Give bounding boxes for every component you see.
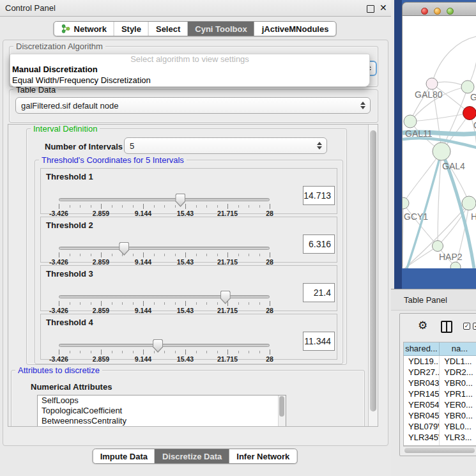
table-data-combo[interactable]: galFiltered.sif default node	[15, 97, 371, 114]
tab-label: Cyni Toolbox	[195, 24, 247, 34]
threshold-value-field[interactable]: 6.316	[303, 234, 335, 254]
column-layout-icon[interactable]	[441, 321, 452, 333]
table-cell[interactable]: YDR27...	[404, 367, 440, 378]
table-cell[interactable]: YER0...	[440, 399, 476, 410]
threshold-value-field[interactable]: 14.713	[303, 186, 335, 205]
network-edge[interactable]	[403, 203, 403, 266]
table-cell[interactable]: YER054C	[404, 399, 440, 410]
slider-track[interactable]	[59, 344, 270, 347]
checkbox-icon[interactable]: ✓	[473, 323, 476, 330]
tab-discretize-data[interactable]: Discretize Data	[155, 449, 229, 463]
algorithm-option-manual[interactable]: Manual Discretization	[10, 64, 369, 75]
tab-infer-network[interactable]: Infer Network	[229, 449, 296, 463]
tab-style[interactable]: Style	[114, 22, 148, 36]
slider-tick	[70, 205, 70, 208]
number-of-intervals-combo[interactable]: 5	[124, 137, 327, 154]
slider-track[interactable]	[59, 247, 270, 250]
slider-thumb[interactable]	[175, 194, 185, 207]
attribute-item[interactable]: BetweennessCentrality	[38, 416, 286, 426]
network-node[interactable]	[461, 81, 474, 93]
slider-thumb-face	[176, 194, 185, 206]
table-row[interactable]: YDR27...YDR2...	[404, 367, 476, 378]
slider-tick	[270, 204, 270, 209]
horizontal-scrollbar[interactable]	[403, 446, 476, 454]
tab-network[interactable]: Network	[54, 22, 114, 36]
checkbox-icon[interactable]: ✓	[463, 323, 470, 330]
table-cell[interactable]: YPR1...	[440, 388, 476, 399]
table-cell[interactable]: YLR3...	[440, 432, 476, 443]
table-row[interactable]: YPR145WYPR1...	[404, 388, 476, 399]
table-cell[interactable]: YBL079W	[404, 421, 440, 432]
table-row[interactable]: YBR045CYBR0...	[404, 410, 476, 421]
attribute-item[interactable]: SelfLoops	[38, 395, 286, 406]
network-edge[interactable]	[432, 36, 476, 84]
float-icon[interactable]	[367, 5, 374, 13]
node-table[interactable]: shared... na... YDL19...YDL1...YDR27...Y…	[403, 342, 476, 446]
table-cell[interactable]: YBR043C	[404, 378, 440, 388]
table-row[interactable]: YDL19...YDL1...	[404, 356, 476, 367]
scrollbar-thumb[interactable]	[370, 130, 376, 411]
table-header-row: shared... na...	[404, 342, 476, 356]
network-edge[interactable]	[403, 151, 441, 203]
attribute-item[interactable]: TopologicalCoefficient	[38, 406, 286, 416]
network-window-titlebar[interactable]	[402, 2, 476, 16]
table-row[interactable]: YLR345WYLR3...	[404, 432, 476, 443]
column-header[interactable]: na...	[440, 342, 476, 355]
attributes-list[interactable]: SelfLoopsTopologicalCoefficientBetweenne…	[37, 395, 286, 427]
slider-thumb[interactable]	[220, 291, 231, 304]
network-node[interactable]	[404, 115, 417, 128]
slider-track[interactable]	[59, 295, 270, 298]
slider-thumb[interactable]	[119, 242, 129, 256]
slider-tick	[196, 302, 197, 305]
table-cell[interactable]: YBL0...	[440, 421, 476, 432]
tab-select[interactable]: Select	[148, 22, 187, 36]
scrollbar-thumb[interactable]	[404, 448, 475, 453]
table-cell[interactable]: YLR345W	[404, 432, 440, 443]
table-row[interactable]: YER054CYER0...	[404, 399, 476, 410]
network-node[interactable]	[433, 241, 443, 252]
network-node[interactable]	[433, 142, 450, 160]
vertical-scrollbar[interactable]	[368, 125, 378, 426]
threshold-slider[interactable]: -3.4262.8599.14415.4321.71528	[59, 217, 270, 263]
slider-tick	[154, 302, 155, 305]
minimize-traffic-light-icon[interactable]	[434, 8, 441, 15]
slider-tick	[206, 351, 207, 353]
table-cell[interactable]: YBR0...	[440, 410, 476, 421]
network-node[interactable]	[426, 78, 438, 89]
table-cell[interactable]: YBR0...	[440, 378, 476, 388]
slider-thumb[interactable]	[153, 339, 163, 353]
tab-cyni-toolbox[interactable]: Cyni Toolbox	[187, 22, 254, 36]
tab-jactivemnodules[interactable]: jActiveMNodules	[254, 22, 336, 36]
threshold-slider[interactable]: -3.4262.8599.14415.4321.71528	[59, 266, 270, 312]
column-header[interactable]: shared...	[404, 342, 440, 355]
tab-impute-data[interactable]: Impute Data	[93, 449, 155, 463]
slider-track[interactable]	[59, 198, 270, 201]
slider-tick	[80, 254, 81, 256]
table-cell[interactable]: YDR2...	[440, 367, 476, 378]
threshold-value-field[interactable]: 11.344	[303, 332, 335, 351]
table-row[interactable]: YBR043CYBR0...	[404, 378, 476, 388]
threshold-slider[interactable]: -3.4262.8599.14415.4321.71528	[59, 169, 270, 215]
network-node[interactable]	[403, 197, 409, 209]
close-traffic-light-icon[interactable]	[421, 8, 428, 15]
close-icon[interactable]: ✕	[380, 3, 387, 13]
table-row[interactable]: YBL079WYBL0...	[404, 421, 476, 432]
network-graph[interactable]: GAL80GACGAL11GAL4GCY1HHAP2	[403, 16, 476, 268]
slider-tick	[91, 205, 91, 208]
zoom-traffic-light-icon[interactable]	[447, 8, 454, 15]
table-cell[interactable]: YPR145W	[404, 388, 440, 399]
gear-icon[interactable]: ⚙	[418, 319, 427, 332]
list-scrollbar[interactable]	[278, 395, 286, 427]
network-node[interactable]	[462, 196, 476, 210]
threshold-slider[interactable]: -3.4262.8599.14415.4321.71528	[59, 314, 270, 360]
slider-tick	[206, 205, 207, 208]
network-edge[interactable]	[410, 113, 470, 121]
network-canvas[interactable]: GAL80GACGAL11GAL4GCY1HHAP2	[402, 16, 476, 268]
scrollbar-thumb[interactable]	[279, 396, 284, 417]
network-node[interactable]	[463, 107, 476, 120]
algorithm-option-equal-width[interactable]: Equal Width/Frequency Discretization	[10, 75, 369, 86]
table-cell[interactable]: YDL19...	[404, 356, 440, 367]
threshold-value-field[interactable]: 21.4	[303, 283, 335, 302]
table-cell[interactable]: YBR045C	[404, 410, 440, 421]
table-cell[interactable]: YDL1...	[440, 356, 476, 367]
